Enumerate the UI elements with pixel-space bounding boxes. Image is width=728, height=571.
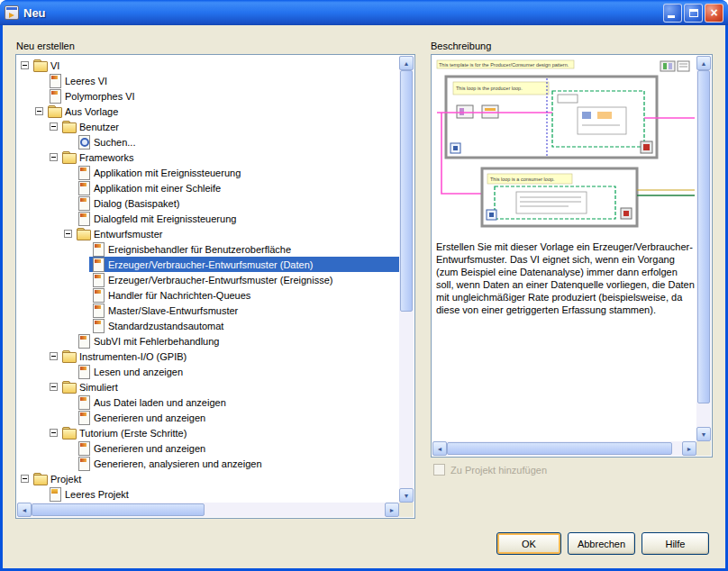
tree-item-label: Tutorium (Erste Schritte) (79, 428, 187, 439)
add-to-project-checkbox[interactable] (433, 464, 445, 476)
scroll-right-button[interactable]: ► (385, 503, 399, 517)
tree-item[interactable]: Simuliert (17, 379, 399, 394)
search-icon (77, 135, 90, 149)
tree-item[interactable]: Suchen... (17, 134, 399, 150)
description-panel: This template is for the Producer/Consum… (431, 54, 713, 458)
tree-item[interactable]: Dialogfeld mit Ereignissteuerung (17, 211, 399, 226)
tree-item-label: Leeres VI (65, 76, 107, 86)
collapse-icon[interactable] (21, 475, 29, 483)
create-new-label: Neu erstellen (16, 41, 75, 51)
tree-item[interactable]: Projekt (17, 471, 399, 486)
tree-item[interactable]: Applikation mit einer Schleife (17, 180, 399, 195)
collapse-icon[interactable] (50, 153, 58, 161)
tree-item[interactable]: Leeres VI (17, 73, 399, 88)
tree-item-label: Generieren, analysieren und anzeigen (94, 458, 262, 469)
tree-item[interactable]: Dialog (Basispaket) (17, 195, 399, 211)
collapse-icon[interactable] (50, 383, 58, 391)
collapse-icon[interactable] (50, 429, 58, 437)
tree-vertical-scrollbar[interactable]: ▲ ▼ (399, 56, 414, 503)
description-horizontal-scrollbar[interactable]: ◄ ► (432, 441, 696, 456)
tree-item[interactable]: Standardzustandsautomat (17, 318, 399, 333)
folder-icon (62, 150, 76, 164)
vi-icon (77, 196, 90, 210)
scroll-up-button[interactable]: ▲ (696, 56, 711, 70)
collapse-icon[interactable] (21, 61, 29, 69)
cancel-button[interactable]: Abbrechen (568, 532, 635, 555)
tree-item[interactable]: Frameworks (17, 150, 399, 165)
svg-text:This loop is the producer loop: This loop is the producer loop. (456, 86, 523, 91)
dialog-buttons: OK Abbrechen Hilfe (496, 532, 709, 555)
tree-item[interactable]: Polymorphes VI (17, 88, 399, 104)
tree-item[interactable]: Lesen und anzeigen (17, 364, 399, 379)
tree-item[interactable]: Tutorium (Erste Schritte) (17, 425, 399, 440)
tree-item[interactable]: Instrumenten-I/O (GPIB) (17, 349, 399, 364)
template-preview-image: This template is for the Producer/Consum… (435, 59, 695, 237)
close-button[interactable]: × (705, 4, 723, 23)
right-arrow-icon: ► (389, 507, 396, 513)
description-vertical-scrollbar[interactable]: ▲ ▼ (696, 56, 711, 441)
tree-item-label: Simuliert (79, 382, 118, 393)
tree-horizontal-scrollbar[interactable]: ◄ ► (17, 503, 399, 517)
help-button[interactable]: Hilfe (642, 532, 709, 555)
folder-icon (33, 59, 47, 72)
folder-icon (77, 227, 90, 240)
tree-item-label: Leeres Projekt (65, 489, 129, 500)
tree-item[interactable]: Aus Vorlage (17, 104, 399, 119)
ok-button[interactable]: OK (496, 532, 561, 555)
vi-icon (77, 365, 90, 378)
scroll-down-button[interactable]: ▼ (399, 488, 414, 503)
vi-icon (77, 441, 90, 455)
collapse-icon[interactable] (50, 122, 58, 131)
add-to-project-label: Zu Projekt hinzufügen (450, 465, 547, 476)
description-text: Erstellen Sie mit dieser Vorlage ein Erz… (436, 240, 695, 316)
svg-text:This template is for the Produ: This template is for the Producer/Consum… (439, 62, 569, 68)
tree-item[interactable]: Leeres Projekt (17, 486, 399, 502)
left-arrow-icon: ◄ (437, 446, 443, 452)
scroll-left-button[interactable]: ◄ (17, 503, 32, 517)
close-icon: × (705, 5, 723, 22)
horizontal-scrollbar-thumb[interactable] (447, 442, 672, 455)
folder-icon (62, 380, 76, 394)
horizontal-scrollbar-thumb[interactable] (32, 503, 205, 516)
labview-icon (5, 5, 19, 20)
tree-item-label: Suchen... (94, 137, 135, 148)
folder-icon (62, 120, 76, 133)
tree-item[interactable]: Applikation mit Ereignissteuerung (17, 165, 399, 180)
scrollbar-corner (696, 441, 711, 456)
scroll-down-button[interactable]: ▼ (696, 427, 711, 441)
folder-icon (33, 472, 47, 485)
tree-item[interactable]: Erzeuger/Verbraucher-Entwurfsmuster (Dat… (17, 257, 399, 272)
minimize-button[interactable] (663, 4, 682, 23)
scroll-left-button[interactable]: ◄ (432, 441, 447, 456)
tree-item[interactable]: Entwurfsmuster (17, 226, 399, 241)
collapse-icon[interactable] (35, 107, 43, 115)
folder-icon (62, 349, 76, 363)
vi-icon (91, 319, 105, 332)
scroll-up-button[interactable]: ▲ (399, 56, 414, 70)
template-tree[interactable]: VILeeres VIPolymorphes VIAus VorlageBenu… (17, 56, 399, 503)
tree-item[interactable]: Aus Datei laden und anzeigen (17, 394, 399, 410)
tree-item[interactable]: Erzeuger/Verbraucher-Entwurfsmuster (Ere… (17, 272, 399, 287)
titlebar[interactable]: Neu × (0, 0, 728, 25)
vi-icon (48, 74, 61, 87)
tree-item[interactable]: Ereignisbehandler für Benutzeroberfläche (17, 241, 399, 257)
tree-item[interactable]: Benutzer (17, 119, 399, 134)
description-label: Beschreibung (431, 41, 491, 51)
tree-item[interactable]: Generieren und anzeigen (17, 440, 399, 456)
maximize-button[interactable] (684, 4, 703, 23)
vertical-scrollbar-thumb[interactable] (697, 70, 710, 403)
tree-item[interactable]: VI (17, 58, 399, 73)
add-to-project-row: Zu Projekt hinzufügen (433, 464, 547, 476)
collapse-icon[interactable] (64, 230, 72, 238)
folder-icon (48, 104, 61, 118)
tree-item[interactable]: Generieren und anzeigen (17, 410, 399, 425)
scroll-right-button[interactable]: ► (682, 441, 696, 456)
tree-item-label: Generieren und anzeigen (94, 412, 205, 423)
collapse-icon[interactable] (50, 352, 58, 360)
tree-item[interactable]: Generieren, analysieren und anzeigen (17, 456, 399, 471)
vertical-scrollbar-thumb[interactable] (400, 70, 413, 312)
tree-item-label: Erzeuger/Verbraucher-Entwurfsmuster (Dat… (108, 259, 313, 270)
tree-item[interactable]: SubVI mit Fehlerbehandlung (17, 333, 399, 349)
tree-item[interactable]: Handler für Nachrichten-Queues (17, 287, 399, 303)
tree-item[interactable]: Master/Slave-Entwurfsmuster (17, 303, 399, 318)
